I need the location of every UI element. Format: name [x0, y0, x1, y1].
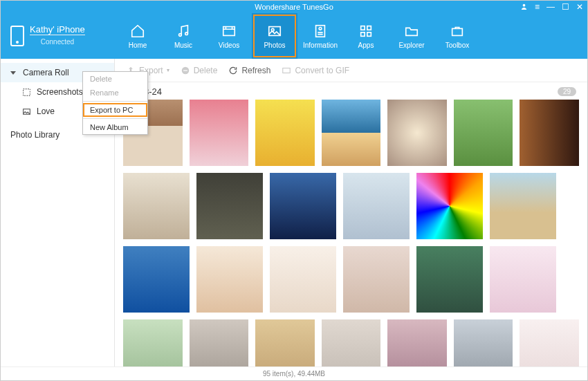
photo-grid — [115, 100, 587, 366]
photo-thumb[interactable] — [520, 319, 579, 366]
refresh-button[interactable]: Refresh — [228, 66, 270, 75]
svg-point-2 — [185, 32, 188, 35]
love-icon — [21, 106, 31, 116]
toolbar-label: Convert to GIF — [295, 66, 349, 75]
tab-explorer[interactable]: Explorer — [389, 13, 434, 59]
photo-thumb[interactable] — [387, 319, 447, 366]
photo-thumb[interactable] — [190, 319, 249, 366]
close-icon[interactable]: ✕ — [576, 3, 583, 11]
photo-thumb[interactable] — [190, 100, 249, 166]
svg-rect-18 — [283, 68, 291, 73]
tab-home[interactable]: Home — [115, 13, 160, 59]
photo-thumb[interactable] — [454, 319, 513, 366]
svg-rect-3 — [223, 26, 235, 35]
caret-down-icon — [10, 71, 16, 75]
tab-music[interactable]: Music — [160, 13, 206, 59]
photo-thumb[interactable] — [270, 173, 336, 239]
toolbox-icon — [448, 24, 466, 39]
photo-thumb[interactable] — [322, 100, 381, 166]
information-icon — [311, 24, 329, 39]
photo-thumb[interactable] — [490, 173, 556, 239]
svg-rect-13 — [23, 89, 30, 95]
tab-apps-label: Apps — [358, 41, 374, 49]
status-bar: 95 item(s), 49.44MB — [1, 366, 587, 380]
svg-rect-8 — [361, 26, 365, 30]
apps-icon — [357, 24, 375, 39]
home-icon — [129, 24, 147, 39]
tab-videos[interactable]: Videos — [206, 13, 252, 59]
context-menu: Delete Rename Export to PC New Album — [82, 71, 148, 135]
ctx-rename[interactable]: Rename — [83, 86, 147, 100]
photo-thumb[interactable] — [322, 319, 381, 366]
gif-icon — [282, 66, 291, 75]
main-panel: Export ▾ Delete Refresh Convert to GIF 1… — [115, 59, 587, 366]
photo-thumb[interactable] — [387, 100, 447, 166]
ctx-delete[interactable]: Delete — [83, 72, 147, 86]
toolbar: Export ▾ Delete Refresh Convert to GIF — [115, 59, 587, 82]
photo-thumb[interactable] — [196, 173, 263, 239]
photo-thumb[interactable] — [343, 246, 410, 313]
chevron-down-icon: ▾ — [167, 67, 169, 73]
photo-thumb[interactable] — [343, 173, 410, 239]
photo-thumb[interactable] — [196, 246, 263, 313]
svg-point-1 — [179, 33, 182, 36]
tab-information-label: Information — [303, 41, 338, 49]
photo-thumb[interactable] — [270, 246, 336, 313]
tab-music-label: Music — [174, 41, 192, 49]
photo-thumb[interactable] — [255, 319, 315, 366]
device-panel[interactable]: Kathy' iPhone Connected — [1, 13, 115, 59]
sidebar-item-label: Camera Roll — [23, 68, 69, 77]
photo-thumb[interactable] — [123, 173, 190, 239]
photo-thumb[interactable] — [454, 100, 513, 166]
tab-photos-label: Photos — [264, 41, 285, 49]
device-name: Kathy' iPhone — [30, 24, 85, 35]
svg-rect-10 — [361, 32, 365, 36]
photo-thumb[interactable] — [123, 319, 183, 366]
device-text: Kathy' iPhone Connected — [30, 24, 85, 48]
tab-toolbox-label: Toolbox — [445, 41, 469, 49]
menu-separator — [83, 101, 147, 102]
sidebar-item-label: Photo Library — [10, 130, 59, 140]
svg-rect-12 — [452, 28, 463, 35]
menu-icon[interactable]: ≡ — [535, 3, 540, 11]
minimize-icon[interactable]: — — [546, 3, 555, 11]
tab-apps[interactable]: Apps — [343, 13, 389, 59]
photo-thumb[interactable] — [490, 246, 556, 313]
photos-icon — [266, 24, 284, 39]
delete-icon — [181, 66, 190, 75]
svg-rect-11 — [367, 32, 371, 36]
album-count: 29 — [558, 87, 576, 96]
photo-thumb[interactable] — [416, 173, 483, 239]
photo-thumb[interactable] — [123, 246, 190, 313]
refresh-icon — [228, 66, 238, 75]
tab-home-label: Home — [129, 41, 147, 49]
maximize-icon[interactable]: ☐ — [562, 3, 569, 11]
tab-photos[interactable]: Photos — [252, 13, 297, 59]
device-status: Connected — [30, 35, 85, 48]
toolbar-label: Refresh — [241, 66, 270, 75]
user-icon[interactable] — [520, 3, 528, 12]
tab-toolbox[interactable]: Toolbox — [434, 13, 480, 59]
delete-button[interactable]: Delete — [181, 66, 218, 75]
photo-thumb[interactable] — [520, 100, 579, 166]
svg-point-7 — [319, 27, 322, 30]
video-icon — [220, 24, 238, 39]
ctx-new-album[interactable]: New Album — [83, 120, 147, 134]
tab-information[interactable]: Information — [297, 13, 343, 59]
ctx-export-to-pc[interactable]: Export to PC — [83, 103, 147, 117]
convert-gif-button[interactable]: Convert to GIF — [282, 66, 349, 75]
sidebar-item-label: Love — [37, 106, 55, 116]
header: Kathy' iPhone Connected Home Music Video… — [1, 13, 587, 59]
title-bar: Wondershare TunesGo ≡ — ☐ ✕ — [1, 1, 587, 13]
screenshots-icon — [21, 87, 31, 97]
app-title: Wondershare TunesGo — [255, 3, 333, 11]
photo-thumb[interactable] — [255, 100, 315, 166]
tab-explorer-label: Explorer — [398, 41, 424, 49]
svg-rect-17 — [183, 70, 187, 71]
phone-icon — [10, 26, 24, 46]
toolbar-label: Delete — [194, 66, 218, 75]
photo-thumb[interactable] — [416, 246, 483, 313]
menu-separator — [83, 118, 147, 119]
window-controls: ≡ — ☐ ✕ — [520, 1, 583, 13]
svg-rect-9 — [367, 26, 371, 30]
